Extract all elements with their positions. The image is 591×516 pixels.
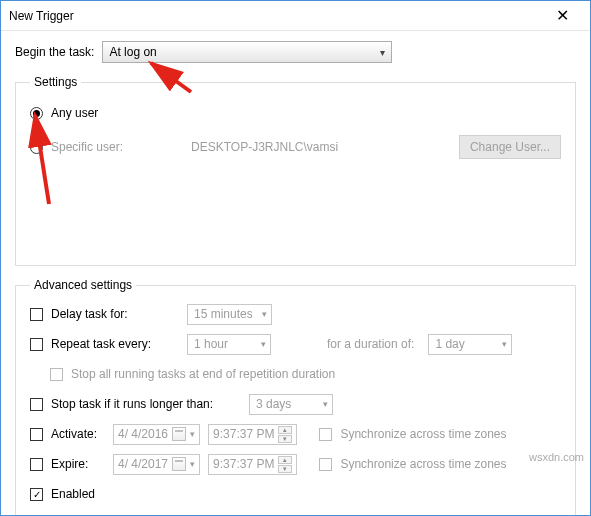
begin-task-dropdown[interactable]: At log on (102, 41, 392, 63)
activate-date-input[interactable]: 4/ 4/2016 ▾ (113, 424, 200, 445)
time-spinner[interactable]: ▴▾ (278, 455, 292, 473)
begin-task-value: At log on (109, 45, 156, 59)
expire-time-value: 9:37:37 PM (213, 457, 274, 471)
settings-legend: Settings (30, 75, 81, 89)
advanced-group: Advanced settings Delay task for: 15 min… (15, 278, 576, 516)
activate-date-value: 4/ 4/2016 (118, 427, 168, 441)
sync-label-1: Synchronize across time zones (340, 427, 506, 441)
stop-if-longer-checkbox[interactable] (30, 398, 43, 411)
begin-task-label: Begin the task: (15, 45, 94, 59)
activate-checkbox[interactable] (30, 428, 43, 441)
expire-label: Expire: (51, 457, 105, 471)
specific-user-radio[interactable] (30, 141, 43, 154)
specific-user-label: Specific user: (51, 140, 123, 154)
enabled-label: Enabled (51, 487, 95, 501)
repeat-checkbox[interactable] (30, 338, 43, 351)
expire-time-input[interactable]: 9:37:37 PM ▴▾ (208, 454, 297, 475)
activate-label: Activate: (51, 427, 105, 441)
chevron-down-icon: ▾ (190, 429, 195, 439)
repeat-label: Repeat task every: (51, 337, 179, 351)
activate-time-value: 9:37:37 PM (213, 427, 274, 441)
stop-repetition-label: Stop all running tasks at end of repetit… (71, 367, 335, 381)
delay-label: Delay task for: (51, 307, 179, 321)
watermark-text: wsxdn.com (529, 451, 584, 463)
expire-date-value: 4/ 4/2017 (118, 457, 168, 471)
settings-group: Settings Any user Specific user: DESKTOP… (15, 75, 576, 266)
stop-repetition-checkbox (50, 368, 63, 381)
chevron-down-icon: ▾ (190, 459, 195, 469)
delay-dropdown[interactable]: 15 minutes (187, 304, 272, 325)
activate-time-input[interactable]: 9:37:37 PM ▴▾ (208, 424, 297, 445)
close-button[interactable]: ✕ (542, 1, 582, 30)
specific-user-value: DESKTOP-J3RJNLC\vamsi (191, 140, 338, 154)
expire-date-input[interactable]: 4/ 4/2017 ▾ (113, 454, 200, 475)
stop-if-longer-label: Stop task if it runs longer than: (51, 397, 241, 411)
sync-checkbox-2 (319, 458, 332, 471)
duration-label: for a duration of: (327, 337, 414, 351)
calendar-icon (172, 457, 186, 471)
any-user-label: Any user (51, 106, 98, 120)
expire-checkbox[interactable] (30, 458, 43, 471)
time-spinner[interactable]: ▴▾ (278, 425, 292, 443)
stop-if-longer-dropdown[interactable]: 3 days (249, 394, 333, 415)
sync-label-2: Synchronize across time zones (340, 457, 506, 471)
delay-checkbox[interactable] (30, 308, 43, 321)
enabled-checkbox[interactable] (30, 488, 43, 501)
sync-checkbox-1 (319, 428, 332, 441)
advanced-legend: Advanced settings (30, 278, 136, 292)
window-title: New Trigger (9, 9, 542, 23)
repeat-dropdown[interactable]: 1 hour (187, 334, 271, 355)
close-icon: ✕ (556, 6, 569, 25)
any-user-radio[interactable] (30, 107, 43, 120)
duration-dropdown[interactable]: 1 day (428, 334, 512, 355)
change-user-button: Change User... (459, 135, 561, 159)
calendar-icon (172, 427, 186, 441)
